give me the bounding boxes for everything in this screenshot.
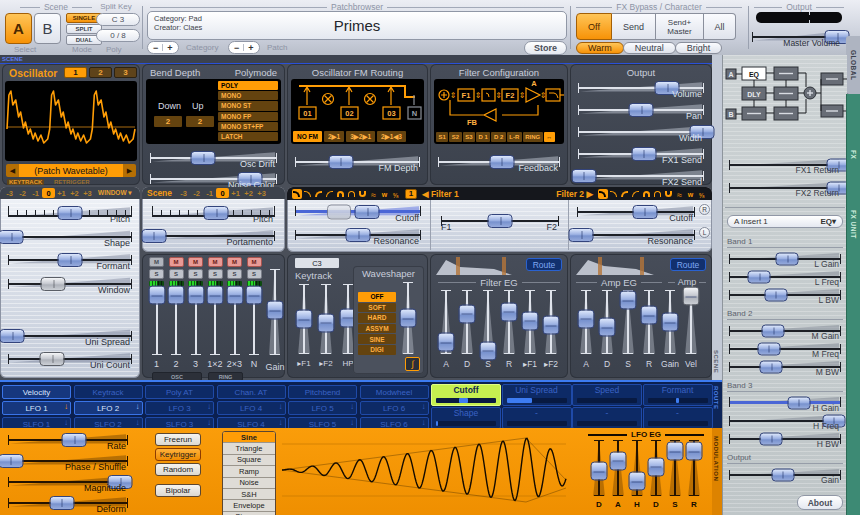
slider-handle[interactable] [771,469,794,482]
filter-config-button[interactable]: S1 [436,132,448,142]
fader-handle[interactable] [591,462,608,481]
fader-handle[interactable] [480,341,497,360]
eg-fader[interactable] [598,288,616,356]
slider-handle[interactable] [488,214,513,228]
fader-handle[interactable] [522,311,539,330]
bend-up-value[interactable]: 2 [186,116,214,127]
fader-handle[interactable] [226,286,243,305]
slider-handle[interactable] [629,103,654,117]
lfo-eg-fader[interactable] [628,438,646,498]
slider-handle[interactable] [204,206,229,220]
keytrack-fader[interactable] [317,282,335,356]
fader-handle[interactable] [168,286,185,305]
fx-bypass-all-button[interactable]: All [704,13,736,40]
polymode-option[interactable]: POLY [218,81,278,90]
mute-button[interactable]: M [169,257,184,267]
fader-handle[interactable] [662,313,679,332]
fm-mode-button[interactable]: NO FM [293,131,322,142]
mod-lfo-cell[interactable]: LFO 1↓ [2,401,71,415]
lfo-shape-option[interactable]: Square [223,455,275,466]
octave-button[interactable]: +1 [55,188,68,198]
octave-button[interactable]: -3 [177,188,190,198]
mod-lfo-cell[interactable]: LFO 2↓ [74,401,143,415]
bend-down-value[interactable]: 2 [154,116,182,127]
fx-bypass-off-button[interactable]: Off [576,13,612,40]
slider[interactable]: Uni Count [6,349,134,370]
solo-button[interactable]: S [188,269,203,279]
fader-handle[interactable] [629,472,646,491]
slider[interactable]: Cutoff [575,202,697,223]
octave-button[interactable]: +2 [68,188,81,198]
slider-handle[interactable] [489,155,514,169]
slider-handle[interactable] [58,253,83,267]
about-button[interactable]: About [797,495,843,510]
filter-type-icon[interactable] [697,189,707,199]
fader-handle[interactable] [266,301,283,320]
filter1-label[interactable]: ◀ Filter 1 [422,189,459,199]
mod-route-slot[interactable]: Uni Spread [502,384,572,406]
waveshaper-type-option[interactable]: ASSYM [358,324,396,334]
slider-handle[interactable] [346,228,371,242]
slider[interactable]: Phase / Shuffle [6,451,130,472]
mod-route-slot[interactable]: - [643,407,713,429]
filter-type-icon[interactable] [358,189,368,199]
keytrack-root-value[interactable]: C3 [295,258,339,268]
channel-fader[interactable] [207,285,224,357]
eg-fader[interactable] [479,288,497,356]
slider[interactable]: Magnitude [6,472,130,493]
fm-mode-button[interactable]: 2▶1◀3 [377,131,406,142]
slider[interactable]: FX1 Send [576,144,706,165]
poly-value[interactable]: 0 / 8 [96,29,140,42]
filter-type-icon[interactable] [314,189,324,199]
octave-button[interactable]: +3 [81,188,94,198]
waveshaper-type-option[interactable]: OFF [358,292,396,302]
mod-source-cell[interactable]: Velocity [2,385,71,399]
mod-amount-bar[interactable] [436,398,496,403]
mod-route-slot[interactable]: - [572,407,642,429]
keytrack-toggle[interactable]: KEYTRACK [7,179,44,185]
mute-button[interactable]: M [247,257,262,267]
fader-handle[interactable] [296,310,313,329]
fader-handle[interactable] [667,442,684,461]
filter-eg-route-button[interactable]: Route [526,258,562,271]
mod-source-cell[interactable]: Keytrack [74,385,143,399]
tab-route[interactable]: ROUTE [713,386,719,410]
master-volume[interactable]: Master Volume [750,27,844,48]
slider-handle[interactable] [760,361,783,374]
octave-button[interactable]: -1 [29,188,42,198]
fader-handle[interactable] [246,286,263,305]
fm-mode-button[interactable]: 2▶1 [324,131,344,142]
slider[interactable]: Pan [576,100,706,121]
slider-handle[interactable] [62,433,87,447]
mod-amount-bar[interactable] [648,421,708,426]
mod-source-cell[interactable]: Chan. AT [217,385,286,399]
lfo-shape-option[interactable]: Noise [223,478,275,489]
octave-button[interactable]: 0 [42,188,55,198]
fader-handle[interactable] [459,304,476,323]
fader-handle[interactable] [686,442,703,461]
filter-type-icon[interactable] [336,189,346,199]
lfo-shape-option[interactable]: Envelope [223,500,275,511]
polymode-option[interactable]: LATCH [218,132,278,141]
wavetable-display[interactable] [5,81,137,161]
slider[interactable]: FX2 Return [727,178,843,196]
fader-handle[interactable] [207,286,224,305]
slider[interactable]: FX2 Send [576,166,706,187]
mod-amount-bar[interactable] [507,421,567,426]
patch-prev-next[interactable]: −+ [228,41,260,54]
scene-b-button[interactable]: B [34,13,61,44]
slider[interactable]: Width [576,122,706,143]
filter-type-icon[interactable] [631,189,641,199]
fader-handle[interactable] [648,457,665,476]
waveshaper-drive-fader[interactable] [399,280,417,356]
filter-config-button[interactable]: L-R [507,132,522,142]
polymode-option[interactable]: MONO ST+FP [218,122,278,131]
slider[interactable]: Cutoff [293,202,423,223]
slider[interactable]: Resonance [293,225,423,246]
lfo-eg-fader[interactable] [609,438,627,498]
fader-handle[interactable] [187,286,204,305]
tab-modulation[interactable]: MODULATION [713,436,719,481]
split-key-value[interactable]: C 3 [96,13,140,26]
tab-scene[interactable]: SCENE [713,350,719,373]
osc-select-button[interactable]: 3 [114,67,137,78]
